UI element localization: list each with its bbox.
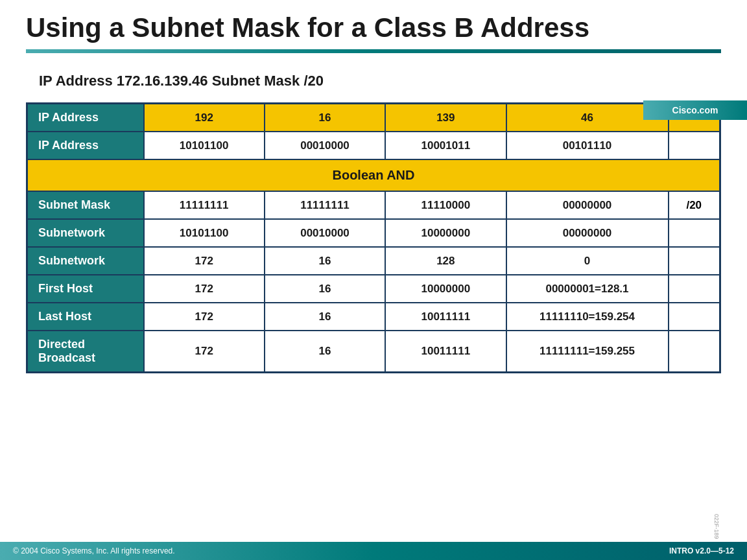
data-cell: 00101110 xyxy=(506,132,669,159)
image-ref: 022F-189 xyxy=(713,514,720,539)
footer-copyright: © 2004 Cisco Systems, Inc. All rights re… xyxy=(13,546,175,555)
data-cell: 11111110=159.254 xyxy=(506,303,669,331)
data-cell: 11110000 xyxy=(385,191,506,219)
data-cell: 10101100 xyxy=(144,219,265,247)
data-cell: 11111111 xyxy=(265,191,385,219)
table-row: Directed Broadcast172161001111111111111=… xyxy=(27,331,720,373)
table-row: Subnetwork172161280 xyxy=(27,247,720,275)
row-label: First Host xyxy=(27,275,144,303)
table-row: IP Address101011000001000010001011001011… xyxy=(27,132,720,159)
header: Using a Subnet Mask for a Class B Addres… xyxy=(0,0,747,53)
footer: © 2004 Cisco Systems, Inc. All rights re… xyxy=(0,542,747,560)
extra-cell xyxy=(669,219,720,247)
data-cell: 00010000 xyxy=(265,132,385,159)
data-cell: 11111111=159.255 xyxy=(506,331,669,373)
data-cell: 128 xyxy=(385,247,506,275)
table-row: Subnet Mask11111111111111111111000000000… xyxy=(27,191,720,219)
data-cell: 10000000 xyxy=(385,275,506,303)
row-label: Directed Broadcast xyxy=(27,331,144,373)
data-cell: 10101100 xyxy=(144,132,265,159)
extra-cell xyxy=(669,331,720,373)
extra-cell xyxy=(669,132,720,159)
data-cell: 139 xyxy=(385,104,506,132)
data-cell: 10001011 xyxy=(385,132,506,159)
footer-slide-number: INTRO v2.0—5-12 xyxy=(669,546,734,555)
data-cell: 11111111 xyxy=(144,191,265,219)
main-content: IP Address1921613946IP Address1010110000… xyxy=(0,102,747,373)
table-row: Last Host172161001111111111110=159.254 xyxy=(27,303,720,331)
data-cell: 172 xyxy=(144,247,265,275)
row-label: Subnetwork xyxy=(27,219,144,247)
extra-cell xyxy=(669,247,720,275)
subnet-table: IP Address1921613946IP Address1010110000… xyxy=(26,102,721,373)
table-row: IP Address1921613946 xyxy=(27,104,720,132)
data-cell: 16 xyxy=(265,303,385,331)
table-row: Subnetwork101011000001000010000000000000… xyxy=(27,219,720,247)
data-cell: 172 xyxy=(144,303,265,331)
data-cell: 192 xyxy=(144,104,265,132)
cisco-logo-bar: Cisco.com xyxy=(643,100,747,120)
data-cell: 10011111 xyxy=(385,303,506,331)
extra-cell: /20 xyxy=(669,191,720,219)
data-cell: 10000000 xyxy=(385,219,506,247)
data-cell: 172 xyxy=(144,275,265,303)
row-label: Subnet Mask xyxy=(27,191,144,219)
data-cell: 00000001=128.1 xyxy=(506,275,669,303)
extra-cell xyxy=(669,275,720,303)
row-label: IP Address xyxy=(27,132,144,159)
data-cell: 16 xyxy=(265,104,385,132)
data-cell: 0 xyxy=(506,247,669,275)
data-cell: 16 xyxy=(265,247,385,275)
subtitle: IP Address 172.16.139.46 Subnet Mask /20 xyxy=(0,53,747,102)
row-label: Subnetwork xyxy=(27,247,144,275)
data-cell: 10011111 xyxy=(385,331,506,373)
table-row: First Host172161000000000000001=128.1 xyxy=(27,275,720,303)
page-title: Using a Subnet Mask for a Class B Addres… xyxy=(26,12,721,44)
row-label: Last Host xyxy=(27,303,144,331)
data-cell: 16 xyxy=(265,331,385,373)
extra-cell xyxy=(669,303,720,331)
data-cell: 172 xyxy=(144,331,265,373)
title-bar xyxy=(26,49,721,53)
table-row: Boolean AND xyxy=(27,159,720,191)
cisco-label: Cisco.com xyxy=(672,105,718,115)
data-cell: 16 xyxy=(265,275,385,303)
boolean-and-row: Boolean AND xyxy=(27,159,720,191)
row-label: IP Address xyxy=(27,104,144,132)
data-cell: 00000000 xyxy=(506,219,669,247)
data-cell: 00000000 xyxy=(506,191,669,219)
data-cell: 00010000 xyxy=(265,219,385,247)
